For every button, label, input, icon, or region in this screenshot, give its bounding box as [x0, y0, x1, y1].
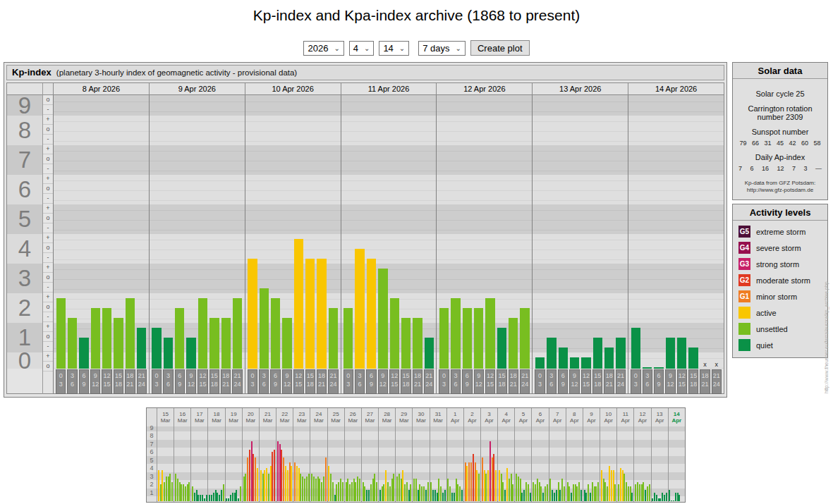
mini-kp-bar: [283, 457, 284, 501]
mini-kp-bar: [423, 486, 425, 501]
hour-label: 69: [462, 369, 472, 394]
mini-kp-bar: [649, 484, 650, 501]
kp-bar: [570, 357, 579, 369]
mini-kp-bar: [382, 486, 383, 501]
mini-kp-bar: [410, 484, 411, 501]
mini-kp-bar: [457, 484, 458, 501]
mini-day-label: 2Apr: [464, 408, 480, 426]
bar-slot: [520, 95, 529, 369]
mini-y-label-5: 5: [147, 457, 157, 464]
mini-kp-bar: [578, 482, 580, 501]
mini-kp-bar: [372, 479, 374, 501]
bar-slot: [209, 95, 219, 369]
mini-kp-bar: [196, 490, 197, 501]
bar-slot: [570, 95, 579, 369]
kp-bar: [631, 328, 640, 369]
mini-kp-bar: [298, 468, 300, 501]
mini-kp-bar: [187, 484, 188, 501]
activity-level-label: minor storm: [756, 293, 797, 301]
bar-slot: [688, 95, 698, 369]
bar-slot: [114, 95, 123, 369]
mini-day-14-Apr: 14Apr: [668, 408, 685, 502]
mini-kp-bar: [406, 482, 408, 501]
mini-kp-bar: [447, 479, 449, 501]
data-source-note: Kp-data from GFZ Potsdam: http://www.gfz…: [734, 180, 826, 194]
hour-label: 1215: [102, 369, 111, 394]
mini-kp-bar: [226, 498, 227, 501]
plot-day-columns: xx: [53, 95, 724, 369]
kp-index-title: Kp-index: [12, 67, 51, 78]
year-select[interactable]: 2026 ⌄: [303, 41, 343, 56]
kp-bar: [439, 308, 449, 369]
mini-kp-bar: [404, 484, 406, 501]
mini-bar-slots: [549, 426, 566, 501]
bar-slot: x: [712, 95, 721, 369]
kp-subtick-5o: o: [43, 214, 53, 223]
activity-level-label: unsettled: [756, 325, 788, 333]
mini-kp-bar: [300, 474, 301, 501]
mini-day-plot: [260, 426, 276, 501]
mini-kp-bar: [502, 482, 504, 501]
bar-slot: [137, 95, 146, 369]
mini-kp-bar: [620, 468, 621, 501]
plot-day-1: [53, 95, 149, 369]
mini-day-plot: [498, 426, 514, 501]
mini-kp-bar: [487, 470, 489, 501]
bar-slot: x: [700, 95, 710, 369]
mini-kp-bar: [603, 479, 604, 501]
mini-kp-bar: [475, 462, 476, 501]
hour-label-group: 0336699121215151818212124: [53, 369, 149, 394]
mini-kp-bar: [349, 484, 351, 501]
mini-kp-bar: [643, 482, 644, 501]
y-axis-label-2: 2: [7, 293, 42, 323]
mini-kp-bar: [584, 490, 585, 501]
bar-slot: [378, 95, 387, 369]
mini-day-label: 10Apr: [600, 408, 616, 426]
kp-bar: [209, 318, 219, 369]
mini-day-plot: [276, 426, 293, 501]
mini-kp-bar: [294, 462, 296, 501]
mini-kp-bar: [194, 493, 195, 502]
mini-day-8-Apr: 8Apr: [566, 408, 583, 502]
y-axis-tick-spacer: [43, 83, 53, 95]
activity-level-label: moderate storm: [756, 276, 810, 285]
kp-bar: [593, 338, 602, 369]
month-select[interactable]: 4 ⌄: [349, 41, 375, 56]
mini-day-plot: [481, 426, 497, 501]
day-select[interactable]: 14 ⌄: [379, 41, 409, 56]
mini-kp-bar: [215, 490, 217, 501]
mini-kp-bar: [427, 482, 429, 501]
mini-kp-bar: [419, 484, 420, 501]
hour-label: 69: [79, 369, 89, 394]
mini-kp-bar: [571, 493, 572, 502]
mini-kp-bar: [645, 490, 646, 501]
mini-day-plot: [669, 426, 685, 501]
kp-subtick-4+: +: [43, 233, 53, 243]
mini-kp-bar: [442, 493, 444, 502]
mini-day-plot: [379, 426, 395, 501]
mini-y-label-6: 6: [147, 449, 157, 455]
kp-subtick-6-: -: [43, 194, 53, 204]
bar-slot: [677, 95, 686, 369]
mini-bar-slots: [208, 426, 224, 501]
mini-kp-bar: [255, 457, 256, 501]
mini-kp-bar: [379, 490, 381, 501]
mini-kp-bar: [630, 486, 631, 501]
mini-kp-bar: [495, 470, 497, 501]
kp-bar: [305, 259, 315, 369]
create-plot-button[interactable]: Create plot: [470, 40, 530, 56]
range-select[interactable]: 7 days ⌄: [418, 41, 466, 56]
site-watermark: http://www.theusner.eu/terra/aurora/kp_a…: [824, 281, 829, 393]
activity-levels-panel: Activity levels G5extreme stormG4severe …: [732, 204, 828, 358]
bar-slots: [150, 95, 245, 369]
mini-kp-bar: [164, 482, 165, 501]
hour-label: 1518: [401, 369, 411, 394]
mini-kp-bar: [370, 484, 372, 501]
mini-kp-bar: [323, 477, 324, 502]
mini-day-28-Mar: 28Mar: [378, 408, 395, 502]
hour-label: 1821: [125, 369, 135, 394]
kp-subtick-3-: -: [43, 283, 53, 293]
kp-bar: [425, 338, 434, 369]
mini-day-plot: [345, 426, 361, 501]
mini-bar-slots: [515, 426, 531, 501]
